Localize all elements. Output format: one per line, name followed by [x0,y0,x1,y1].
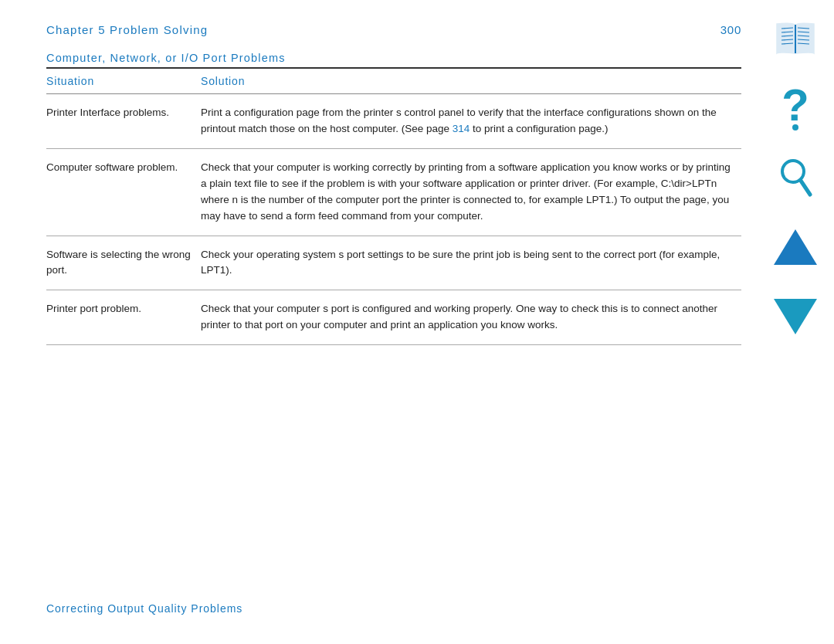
situation-cell: Computer software problem. [46,148,201,236]
page-number: 300 [720,23,741,36]
solution-cell: Check your operating system s port setti… [201,236,741,290]
table-row: Computer software problem.Check that you… [46,148,741,236]
col-header-situation: Situation [46,69,201,94]
situation-cell: Printer port problem. [46,290,201,345]
solution-cell: Check that your computer s port is confi… [201,290,741,345]
table-row: Printer Interface problems.Print a confi… [46,94,741,149]
arrow-down-icon[interactable] [772,293,819,340]
solution-page-link[interactable]: 314 [453,123,470,134]
question-icon[interactable]: ? [772,85,819,131]
footer-link[interactable]: Correcting Output Quality Problems [46,602,242,615]
header-row: Chapter 5 Problem Solving 300 [46,23,741,36]
section-title: Computer, Network, or I/O Port Problems [46,52,741,64]
situation-cell: Software is selecting the wrong port. [46,236,201,290]
svg-line-14 [801,181,810,195]
solution-cell: Print a configuration page from the prin… [201,94,741,149]
problem-table: Situation Solution Printer Interface pro… [46,69,741,345]
table-header-row: Situation Solution [46,69,741,94]
col-header-solution: Solution [201,69,741,94]
correcting-output-link[interactable]: Correcting Output Quality Problems [46,602,242,615]
solution-text-after: to print a configuration page.) [470,123,608,134]
solution-cell: Check that your computer is working corr… [201,148,741,236]
svg-text:?: ? [781,85,809,130]
main-content: Chapter 5 Problem Solving 300 Computer, … [46,23,741,345]
table-row: Printer port problem.Check that your com… [46,290,741,345]
table-row: Software is selecting the wrong port.Che… [46,236,741,290]
chapter-title: Chapter 5 Problem Solving [46,23,208,36]
book-icon[interactable] [772,15,819,62]
arrow-down-shape [774,299,817,334]
arrow-up-icon[interactable] [772,224,819,270]
arrow-up-shape [774,229,817,265]
search-icon[interactable] [772,154,819,201]
svg-point-12 [792,124,798,130]
situation-cell: Printer Interface problems. [46,94,201,149]
sidebar-icons: ? [772,15,819,340]
